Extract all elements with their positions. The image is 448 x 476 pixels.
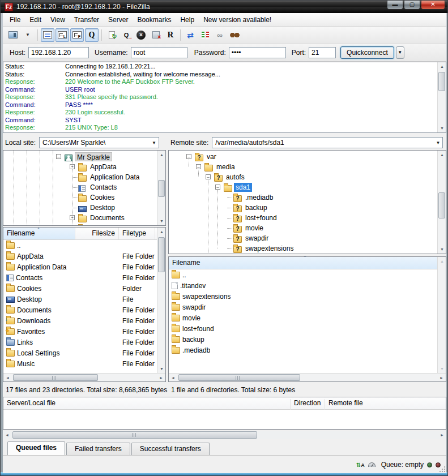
- remote-site-combobox[interactable]: /var/media/autofs/sda1 ▼: [212, 137, 443, 148]
- local-list-scrollbar[interactable]: ▲ ▼: [157, 228, 165, 373]
- menu-item-help[interactable]: Help: [176, 14, 199, 25]
- username-input[interactable]: [131, 47, 187, 58]
- collapse-box-icon[interactable]: –: [196, 164, 201, 169]
- tree-item-autofs[interactable]: –autofs: [169, 172, 437, 182]
- toggle-transfer-queue-icon[interactable]: Q: [85, 28, 99, 42]
- title-bar[interactable]: Fz 192.168.1.20 - root@192.168.1.20 - Fi…: [1, 1, 448, 13]
- scroll-up-icon[interactable]: ▲: [157, 228, 166, 236]
- list-item-documents[interactable]: DocumentsFile Folder: [3, 305, 156, 316]
- synchronized-browsing-icon[interactable]: ⇄: [184, 28, 197, 42]
- tree-item-sda1[interactable]: –sda1: [169, 182, 437, 192]
- menu-item-file[interactable]: File: [5, 14, 25, 25]
- list-item-contacts[interactable]: ContactsFile Folder: [3, 273, 156, 284]
- expand-box-icon[interactable]: +: [70, 164, 75, 169]
- scroll-right-icon[interactable]: ►: [437, 374, 446, 382]
- quickconnect-dropdown[interactable]: ▼: [396, 46, 404, 59]
- tree-item-backup[interactable]: backup: [169, 203, 437, 213]
- list-item-swapdir[interactable]: swapdir: [169, 302, 437, 313]
- tab-successful-transfers[interactable]: Successful transfers: [131, 443, 210, 455]
- reconnect-icon[interactable]: R: [164, 28, 177, 42]
- collapse-box-icon[interactable]: –: [56, 154, 61, 159]
- column-header-server-local-file[interactable]: Server/Local file: [3, 399, 289, 410]
- password-input[interactable]: [229, 47, 286, 58]
- chevron-down-icon[interactable]: ▼: [152, 140, 156, 145]
- port-input[interactable]: [309, 47, 336, 58]
- tree-item-downloads[interactable]: +Downloads: [3, 223, 156, 225]
- quickconnect-button[interactable]: Quickconnect: [340, 46, 394, 59]
- filter-icon[interactable]: [228, 28, 241, 42]
- resize-grip[interactable]: [439, 466, 446, 473]
- collapse-box-icon[interactable]: –: [206, 174, 211, 179]
- scroll-down-icon[interactable]: ▼: [438, 364, 446, 373]
- process-queue-icon[interactable]: Q→: [120, 28, 133, 42]
- tree-item-var[interactable]: –var: [169, 152, 437, 162]
- tree-item-swapextensions[interactable]: swapextensions: [169, 243, 437, 254]
- column-header-filename[interactable]: ▲ Filename: [3, 228, 75, 239]
- refresh-icon[interactable]: ↻: [105, 28, 118, 42]
- toggle-local-tree-icon[interactable]: L: [56, 28, 69, 42]
- local-tree-scrollbar[interactable]: ▲ ▼: [157, 151, 165, 225]
- scroll-down-icon[interactable]: ▼: [157, 217, 166, 225]
- list-item-desktop[interactable]: DesktopFile: [3, 294, 156, 305]
- local-site-combobox[interactable]: C:\Users\Mr Sparkle\ ▼: [39, 137, 159, 148]
- local-list-hscrollbar[interactable]: ◄ ►: [3, 373, 165, 381]
- toggle-message-log-icon[interactable]: [41, 28, 54, 42]
- list-item--[interactable]: ..: [3, 241, 156, 251]
- list-item--mediadb[interactable]: .mediadb: [169, 345, 437, 356]
- scroll-up-icon[interactable]: ▲: [438, 151, 446, 159]
- remote-tree-scrollbar[interactable]: ▲ ▼: [437, 151, 446, 254]
- local-file-list[interactable]: ▲ Filename Filesize Filetype ..AppDataFi…: [3, 227, 166, 382]
- site-manager-dropdown-icon[interactable]: ▼: [21, 28, 35, 42]
- scroll-right-icon[interactable]: ►: [438, 431, 446, 439]
- disconnect-icon[interactable]: ×: [149, 28, 163, 42]
- chevron-down-icon[interactable]: ▼: [436, 140, 440, 145]
- scroll-up-icon[interactable]: ▲: [157, 151, 166, 159]
- list-item-cookies[interactable]: CookiesFolder: [3, 284, 156, 294]
- tree-item-cookies[interactable]: Cookies: [3, 192, 156, 203]
- column-header-direction[interactable]: Direction: [290, 399, 324, 410]
- list-item-downloads[interactable]: DownloadsFile Folder: [3, 316, 156, 327]
- tree-item-documents[interactable]: +Documents: [3, 213, 156, 223]
- tree-item--mediadb[interactable]: .mediadb: [169, 192, 437, 203]
- list-item-movie[interactable]: movie: [169, 313, 437, 324]
- scroll-left-icon[interactable]: ◄: [3, 431, 11, 439]
- list-item--[interactable]: ..: [169, 270, 437, 281]
- scroll-thumb[interactable]: [438, 192, 445, 218]
- scroll-down-icon[interactable]: ▼: [438, 124, 446, 132]
- scroll-thumb[interactable]: [438, 72, 445, 91]
- close-button[interactable]: ✕: [421, 1, 445, 10]
- directory-comparison-icon[interactable]: [198, 28, 212, 42]
- list-item-swapextensions[interactable]: swapextensions: [169, 291, 437, 302]
- tree-item-contacts[interactable]: Contacts: [3, 182, 156, 192]
- list-item--titandev[interactable]: .titandev: [169, 281, 437, 291]
- tree-item-movie[interactable]: movie: [169, 223, 437, 233]
- queue-hscrollbar[interactable]: ◄ ►: [3, 431, 446, 439]
- column-header-remote-file[interactable]: Remote file: [325, 399, 446, 410]
- scroll-thumb[interactable]: [158, 180, 165, 197]
- toggle-remote-tree-icon[interactable]: F: [70, 28, 84, 42]
- scroll-down-icon[interactable]: ▼: [157, 364, 166, 373]
- scroll-right-icon[interactable]: ►: [157, 374, 165, 382]
- list-item-local-settings[interactable]: Local SettingsFile Folder: [3, 348, 156, 359]
- list-item-lost-found[interactable]: lost+found: [169, 324, 437, 335]
- scroll-thumb[interactable]: [158, 237, 165, 272]
- remote-file-list[interactable]: Filename ...titandevswapextensionsswapdi…: [168, 256, 446, 382]
- menu-item-server[interactable]: Server: [104, 14, 133, 25]
- tab-queued-files[interactable]: Queued files: [7, 441, 65, 455]
- scroll-up-icon[interactable]: ▲: [438, 62, 446, 71]
- column-header-filesize[interactable]: Filesize: [75, 228, 119, 239]
- tree-item-desktop[interactable]: Desktop: [3, 203, 156, 213]
- remote-list-hscrollbar[interactable]: ◄ ►: [169, 373, 446, 381]
- site-manager-icon[interactable]: [6, 28, 20, 42]
- scroll-left-icon[interactable]: ◄: [3, 374, 12, 382]
- list-item-favorites[interactable]: FavoritesFile Folder: [3, 327, 156, 337]
- expand-box-icon[interactable]: +: [70, 215, 75, 220]
- local-tree-panel[interactable]: –Mr Sparkle+AppDataApplication DataConta…: [3, 150, 166, 226]
- log-scrollbar[interactable]: ▲ ▼: [437, 62, 446, 132]
- tree-item-mr-sparkle[interactable]: –Mr Sparkle: [3, 152, 156, 162]
- list-item-appdata[interactable]: AppDataFile Folder: [3, 251, 156, 262]
- tree-item-lost-found[interactable]: lost+found: [169, 213, 437, 223]
- list-item-links[interactable]: LinksFile Folder: [3, 337, 156, 348]
- list-item-backup[interactable]: backup: [169, 335, 437, 345]
- column-header-filetype[interactable]: Filetype: [119, 228, 155, 239]
